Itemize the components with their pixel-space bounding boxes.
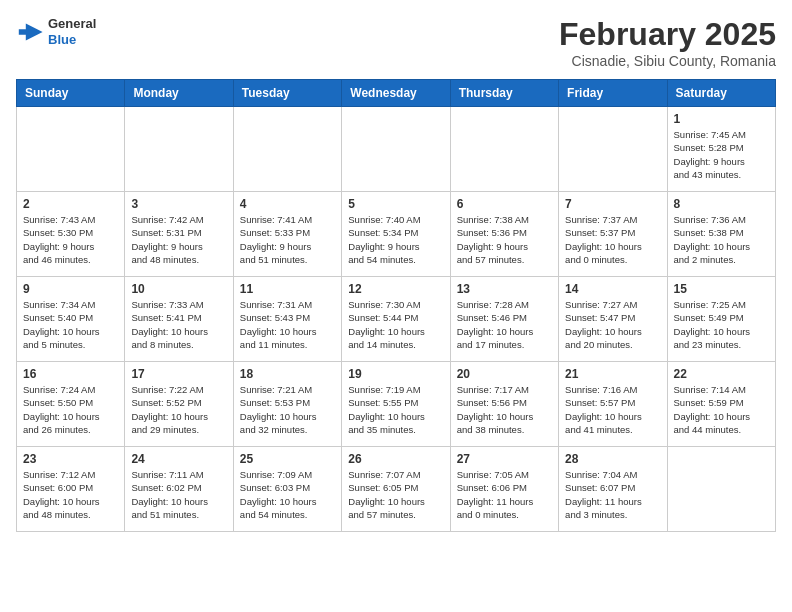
- month-title: February 2025: [559, 16, 776, 53]
- day-number: 28: [565, 452, 660, 466]
- calendar-cell: 15Sunrise: 7:25 AM Sunset: 5:49 PM Dayli…: [667, 277, 775, 362]
- logo: General Blue: [16, 16, 96, 47]
- day-info: Sunrise: 7:04 AM Sunset: 6:07 PM Dayligh…: [565, 468, 660, 521]
- day-number: 27: [457, 452, 552, 466]
- calendar-cell: [450, 107, 558, 192]
- calendar-week-4: 16Sunrise: 7:24 AM Sunset: 5:50 PM Dayli…: [17, 362, 776, 447]
- calendar-cell: 2Sunrise: 7:43 AM Sunset: 5:30 PM Daylig…: [17, 192, 125, 277]
- day-number: 24: [131, 452, 226, 466]
- day-number: 5: [348, 197, 443, 211]
- day-info: Sunrise: 7:05 AM Sunset: 6:06 PM Dayligh…: [457, 468, 552, 521]
- day-info: Sunrise: 7:16 AM Sunset: 5:57 PM Dayligh…: [565, 383, 660, 436]
- day-info: Sunrise: 7:38 AM Sunset: 5:36 PM Dayligh…: [457, 213, 552, 266]
- day-info: Sunrise: 7:37 AM Sunset: 5:37 PM Dayligh…: [565, 213, 660, 266]
- calendar-cell: 3Sunrise: 7:42 AM Sunset: 5:31 PM Daylig…: [125, 192, 233, 277]
- day-info: Sunrise: 7:28 AM Sunset: 5:46 PM Dayligh…: [457, 298, 552, 351]
- day-number: 21: [565, 367, 660, 381]
- calendar-cell: 5Sunrise: 7:40 AM Sunset: 5:34 PM Daylig…: [342, 192, 450, 277]
- weekday-header-row: SundayMondayTuesdayWednesdayThursdayFrid…: [17, 80, 776, 107]
- weekday-header-monday: Monday: [125, 80, 233, 107]
- day-info: Sunrise: 7:14 AM Sunset: 5:59 PM Dayligh…: [674, 383, 769, 436]
- day-info: Sunrise: 7:36 AM Sunset: 5:38 PM Dayligh…: [674, 213, 769, 266]
- day-info: Sunrise: 7:34 AM Sunset: 5:40 PM Dayligh…: [23, 298, 118, 351]
- calendar-cell: 27Sunrise: 7:05 AM Sunset: 6:06 PM Dayli…: [450, 447, 558, 532]
- calendar-cell: 10Sunrise: 7:33 AM Sunset: 5:41 PM Dayli…: [125, 277, 233, 362]
- calendar-cell: 1Sunrise: 7:45 AM Sunset: 5:28 PM Daylig…: [667, 107, 775, 192]
- day-number: 26: [348, 452, 443, 466]
- day-number: 2: [23, 197, 118, 211]
- calendar-cell: 20Sunrise: 7:17 AM Sunset: 5:56 PM Dayli…: [450, 362, 558, 447]
- day-info: Sunrise: 7:21 AM Sunset: 5:53 PM Dayligh…: [240, 383, 335, 436]
- day-number: 10: [131, 282, 226, 296]
- calendar-cell: 25Sunrise: 7:09 AM Sunset: 6:03 PM Dayli…: [233, 447, 341, 532]
- day-number: 7: [565, 197, 660, 211]
- calendar-cell: 14Sunrise: 7:27 AM Sunset: 5:47 PM Dayli…: [559, 277, 667, 362]
- day-number: 6: [457, 197, 552, 211]
- day-info: Sunrise: 7:17 AM Sunset: 5:56 PM Dayligh…: [457, 383, 552, 436]
- calendar-cell: 4Sunrise: 7:41 AM Sunset: 5:33 PM Daylig…: [233, 192, 341, 277]
- day-number: 22: [674, 367, 769, 381]
- day-info: Sunrise: 7:30 AM Sunset: 5:44 PM Dayligh…: [348, 298, 443, 351]
- day-number: 9: [23, 282, 118, 296]
- day-number: 14: [565, 282, 660, 296]
- day-info: Sunrise: 7:07 AM Sunset: 6:05 PM Dayligh…: [348, 468, 443, 521]
- day-info: Sunrise: 7:11 AM Sunset: 6:02 PM Dayligh…: [131, 468, 226, 521]
- calendar-cell: 9Sunrise: 7:34 AM Sunset: 5:40 PM Daylig…: [17, 277, 125, 362]
- calendar-cell: [125, 107, 233, 192]
- calendar-cell: 6Sunrise: 7:38 AM Sunset: 5:36 PM Daylig…: [450, 192, 558, 277]
- day-number: 17: [131, 367, 226, 381]
- day-number: 13: [457, 282, 552, 296]
- logo-icon: [16, 18, 44, 46]
- weekday-header-tuesday: Tuesday: [233, 80, 341, 107]
- calendar-cell: 18Sunrise: 7:21 AM Sunset: 5:53 PM Dayli…: [233, 362, 341, 447]
- page-header: General Blue February 2025 Cisnadie, Sib…: [16, 16, 776, 69]
- calendar-cell: 8Sunrise: 7:36 AM Sunset: 5:38 PM Daylig…: [667, 192, 775, 277]
- calendar-cell: 11Sunrise: 7:31 AM Sunset: 5:43 PM Dayli…: [233, 277, 341, 362]
- day-number: 15: [674, 282, 769, 296]
- day-number: 12: [348, 282, 443, 296]
- calendar-cell: 12Sunrise: 7:30 AM Sunset: 5:44 PM Dayli…: [342, 277, 450, 362]
- day-info: Sunrise: 7:27 AM Sunset: 5:47 PM Dayligh…: [565, 298, 660, 351]
- day-info: Sunrise: 7:25 AM Sunset: 5:49 PM Dayligh…: [674, 298, 769, 351]
- calendar-table: SundayMondayTuesdayWednesdayThursdayFrid…: [16, 79, 776, 532]
- day-number: 3: [131, 197, 226, 211]
- calendar-cell: 21Sunrise: 7:16 AM Sunset: 5:57 PM Dayli…: [559, 362, 667, 447]
- calendar-cell: [17, 107, 125, 192]
- day-info: Sunrise: 7:12 AM Sunset: 6:00 PM Dayligh…: [23, 468, 118, 521]
- day-number: 19: [348, 367, 443, 381]
- weekday-header-friday: Friday: [559, 80, 667, 107]
- weekday-header-thursday: Thursday: [450, 80, 558, 107]
- day-info: Sunrise: 7:24 AM Sunset: 5:50 PM Dayligh…: [23, 383, 118, 436]
- calendar-cell: 26Sunrise: 7:07 AM Sunset: 6:05 PM Dayli…: [342, 447, 450, 532]
- calendar-cell: 17Sunrise: 7:22 AM Sunset: 5:52 PM Dayli…: [125, 362, 233, 447]
- day-info: Sunrise: 7:22 AM Sunset: 5:52 PM Dayligh…: [131, 383, 226, 436]
- calendar-cell: [342, 107, 450, 192]
- calendar-cell: 22Sunrise: 7:14 AM Sunset: 5:59 PM Dayli…: [667, 362, 775, 447]
- calendar-cell: 16Sunrise: 7:24 AM Sunset: 5:50 PM Dayli…: [17, 362, 125, 447]
- calendar-cell: 23Sunrise: 7:12 AM Sunset: 6:00 PM Dayli…: [17, 447, 125, 532]
- day-info: Sunrise: 7:09 AM Sunset: 6:03 PM Dayligh…: [240, 468, 335, 521]
- day-info: Sunrise: 7:40 AM Sunset: 5:34 PM Dayligh…: [348, 213, 443, 266]
- calendar-cell: [559, 107, 667, 192]
- calendar-cell: 7Sunrise: 7:37 AM Sunset: 5:37 PM Daylig…: [559, 192, 667, 277]
- day-info: Sunrise: 7:31 AM Sunset: 5:43 PM Dayligh…: [240, 298, 335, 351]
- location: Cisnadie, Sibiu County, Romania: [559, 53, 776, 69]
- day-info: Sunrise: 7:33 AM Sunset: 5:41 PM Dayligh…: [131, 298, 226, 351]
- day-number: 20: [457, 367, 552, 381]
- logo-general: General: [48, 16, 96, 32]
- day-info: Sunrise: 7:43 AM Sunset: 5:30 PM Dayligh…: [23, 213, 118, 266]
- logo-blue: Blue: [48, 32, 96, 48]
- calendar-cell: [233, 107, 341, 192]
- weekday-header-wednesday: Wednesday: [342, 80, 450, 107]
- day-number: 1: [674, 112, 769, 126]
- day-info: Sunrise: 7:45 AM Sunset: 5:28 PM Dayligh…: [674, 128, 769, 181]
- calendar-week-2: 2Sunrise: 7:43 AM Sunset: 5:30 PM Daylig…: [17, 192, 776, 277]
- calendar-cell: [667, 447, 775, 532]
- title-block: February 2025 Cisnadie, Sibiu County, Ro…: [559, 16, 776, 69]
- calendar-cell: 28Sunrise: 7:04 AM Sunset: 6:07 PM Dayli…: [559, 447, 667, 532]
- calendar-cell: 13Sunrise: 7:28 AM Sunset: 5:46 PM Dayli…: [450, 277, 558, 362]
- calendar-cell: 24Sunrise: 7:11 AM Sunset: 6:02 PM Dayli…: [125, 447, 233, 532]
- calendar-week-5: 23Sunrise: 7:12 AM Sunset: 6:00 PM Dayli…: [17, 447, 776, 532]
- calendar-cell: 19Sunrise: 7:19 AM Sunset: 5:55 PM Dayli…: [342, 362, 450, 447]
- day-number: 25: [240, 452, 335, 466]
